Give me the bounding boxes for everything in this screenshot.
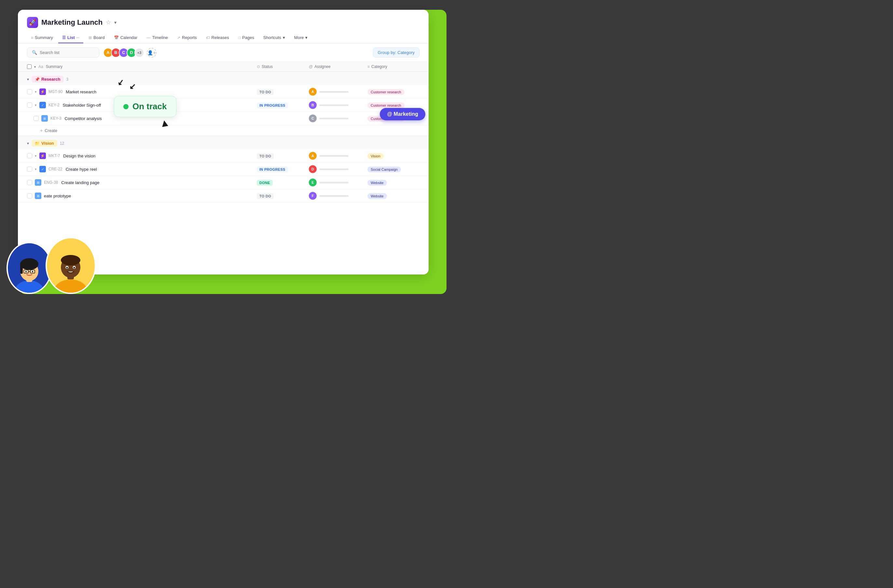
task-icon: ⊞ <box>35 179 41 186</box>
tab-shortcuts[interactable]: Shortcuts ▾ <box>259 33 289 43</box>
svg-point-9 <box>32 271 33 273</box>
list-dots: ··· <box>77 36 80 40</box>
tab-summary-label: Summary <box>35 35 53 40</box>
vision-chevron-icon[interactable]: ▾ <box>27 141 29 146</box>
row-expand-icon[interactable]: ▾ <box>35 90 37 94</box>
col-assignee-label: Assignee <box>314 64 330 69</box>
assignee-cell: A <box>309 88 367 96</box>
status-badge: IN PROGRESS <box>257 102 288 108</box>
add-member-button[interactable]: 👤+ <box>147 48 156 58</box>
list-icon: ☰ <box>62 36 66 40</box>
search-box[interactable]: 🔍 <box>27 48 99 58</box>
star-icon[interactable]: ☆ <box>106 19 111 26</box>
table-row: ⊞ ENG-38 Create landing page DONE E Webs… <box>18 176 428 189</box>
tab-board[interactable]: ⊞ Board <box>85 33 109 43</box>
tab-pages[interactable]: □ Pages <box>234 33 258 43</box>
status-badge: DONE <box>257 180 273 186</box>
table-row: ▾ ✓ CRE-22 Create hype reel IN PROGRESS … <box>18 163 428 176</box>
row-checkbox[interactable] <box>33 116 39 121</box>
row-expand-icon[interactable]: ▾ <box>35 103 37 107</box>
assignee-cell: D <box>309 165 367 173</box>
row-checkbox[interactable] <box>27 153 32 158</box>
assignee-bar <box>319 168 349 170</box>
task-icon: ✓ <box>39 166 46 172</box>
row-left: ⊞ ENG-38 Create landing page <box>27 179 257 186</box>
research-badge: 📌 Research <box>32 76 64 82</box>
select-all-checkbox[interactable] <box>27 64 32 69</box>
summary-icon: ≡ <box>31 36 33 40</box>
person-portrait-1 <box>6 242 52 294</box>
status-col-icon: ⊙ <box>257 64 260 69</box>
row-expand-icon[interactable]: ▾ <box>35 167 37 171</box>
person-1-illustration <box>9 244 50 293</box>
task-name: Design the vision <box>63 153 95 158</box>
research-section-header: ▾ 📌 Research 3 <box>18 72 428 85</box>
col-category-label: Category <box>371 64 387 69</box>
assignee-avatar: C <box>309 114 317 122</box>
avatars-row: A B C D +3 👤+ <box>103 48 156 58</box>
status-badge: TO DO <box>257 153 274 159</box>
tab-summary[interactable]: ≡ Summary <box>27 33 57 43</box>
avatar-extra[interactable]: +3 <box>134 48 144 58</box>
expand-all-icon: ▾ <box>34 65 36 69</box>
tab-timeline[interactable]: — Timeline <box>143 33 172 43</box>
category-cell: Customer research <box>367 102 419 108</box>
status-badge: TO DO <box>257 193 274 199</box>
group-by-button[interactable]: Group by: Category <box>373 48 419 58</box>
create-plus-icon: + <box>40 128 43 133</box>
col-status-label: Status <box>262 64 273 69</box>
summary-col-icon: Aa <box>38 64 43 69</box>
main-card: 🚀 Marketing Launch ☆ ▾ ≡ Summary ☰ List … <box>18 10 428 274</box>
task-icon: ✓ <box>39 102 46 108</box>
task-name: Market research <box>66 89 96 94</box>
status-cell: IN PROGRESS <box>257 166 309 172</box>
search-input[interactable] <box>40 50 95 55</box>
category-cell: Social Campaign <box>367 166 419 172</box>
tab-reports[interactable]: ↗ Reports <box>173 33 201 43</box>
row-checkbox[interactable] <box>27 102 32 108</box>
pages-icon: □ <box>238 36 241 40</box>
on-track-dot <box>123 104 129 109</box>
research-chevron-icon[interactable]: ▾ <box>27 77 29 82</box>
create-row[interactable]: + Create <box>18 125 428 136</box>
tab-shortcuts-label: Shortcuts <box>263 35 281 40</box>
task-id: KEY-2 <box>48 103 60 107</box>
category-tag: Social Campaign <box>367 166 401 172</box>
calendar-icon: 📅 <box>114 36 119 40</box>
status-cell: TO DO <box>257 193 309 199</box>
board-icon: ⊞ <box>89 36 92 40</box>
task-name: eate prototype <box>44 194 71 198</box>
row-checkbox[interactable] <box>27 193 32 198</box>
table-row: ▾ ⚡ MKT-7 Design the vision TO DO A Visi… <box>18 149 428 163</box>
tab-list-label: List <box>68 35 75 40</box>
tab-more[interactable]: More ▾ <box>290 33 312 43</box>
status-cell: TO DO <box>257 153 309 159</box>
svg-point-21 <box>74 267 75 268</box>
category-cell: Customer research <box>367 89 419 94</box>
assignee-cell: E <box>309 178 367 186</box>
task-name: Create landing page <box>61 180 99 185</box>
row-checkbox[interactable] <box>27 89 32 94</box>
title-chevron-icon[interactable]: ▾ <box>114 20 117 25</box>
table-row: ▾ ✓ KEY-2 Stakeholder Sign-off IN PROGRE… <box>18 99 428 112</box>
page-title: Marketing Launch <box>41 18 102 27</box>
tab-calendar[interactable]: 📅 Calendar <box>110 33 141 43</box>
assignee-bar <box>319 91 349 93</box>
row-checkbox[interactable] <box>27 180 32 185</box>
tab-releases[interactable]: 🏷 Releases <box>202 33 233 43</box>
tab-list[interactable]: ☰ List ··· <box>58 33 83 43</box>
row-expand-icon[interactable]: ▾ <box>35 154 37 158</box>
more-chevron-icon: ▾ <box>305 35 308 40</box>
svg-rect-5 <box>20 262 23 274</box>
vision-label: Vision <box>41 141 54 146</box>
table-row: ⊞ eate prototype TO DO F Website <box>18 189 428 202</box>
task-id: MGT-90 <box>48 89 63 94</box>
status-badge: TO DO <box>257 89 274 95</box>
nav-tabs: ≡ Summary ☰ List ··· ⊞ Board 📅 Calendar … <box>27 33 419 43</box>
marketing-badge: @ Marketing <box>380 108 425 120</box>
task-id: MKT-7 <box>48 153 60 158</box>
row-checkbox[interactable] <box>27 166 32 172</box>
tab-releases-label: Releases <box>212 35 229 40</box>
releases-icon: 🏷 <box>206 36 210 40</box>
search-icon: 🔍 <box>32 50 37 55</box>
